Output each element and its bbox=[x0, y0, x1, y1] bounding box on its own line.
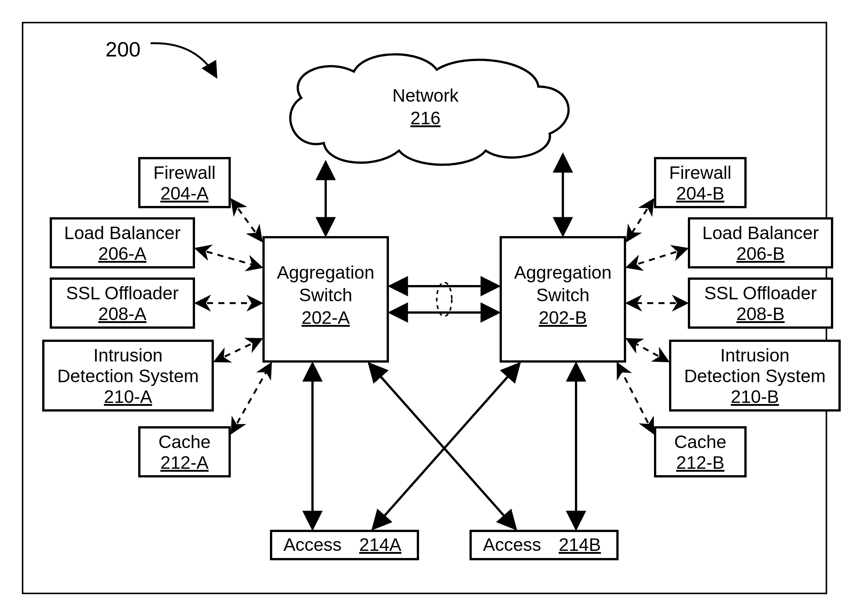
figure-number: 200 bbox=[105, 37, 140, 61]
svg-line-21 bbox=[369, 363, 516, 529]
agg-b-label-2: Switch bbox=[536, 285, 589, 305]
cache-b-label: Cache bbox=[674, 432, 727, 452]
ssl-b-label: SSL Offloader bbox=[704, 283, 817, 303]
svg-line-23 bbox=[232, 200, 262, 241]
ids-b-label-1: Intrusion bbox=[720, 345, 790, 365]
ids-b: Intrusion Detection System 210-B bbox=[670, 341, 840, 410]
cache-a: Cache 212-A bbox=[139, 427, 230, 476]
load-balancer-b: Load Balancer 206-B bbox=[689, 218, 832, 267]
ssl-a-label: SSL Offloader bbox=[66, 283, 179, 303]
agg-b-ref: 202-B bbox=[539, 308, 587, 328]
firewall-a: Firewall 204-A bbox=[139, 158, 230, 207]
ids-b-label-2: Detection System bbox=[684, 366, 826, 386]
ssl-b-ref: 208-B bbox=[736, 304, 785, 324]
ssl-offloader-b: SSL Offloader 208-B bbox=[689, 279, 832, 328]
cache-b-ref: 212-B bbox=[676, 453, 724, 473]
fw-b-ref: 204-B bbox=[676, 183, 724, 203]
ssl-offloader-a: SSL Offloader 208-A bbox=[51, 279, 194, 328]
firewall-b: Firewall 204-B bbox=[655, 158, 745, 207]
ssl-a-ref: 208-A bbox=[98, 304, 146, 324]
svg-line-32 bbox=[617, 363, 653, 433]
cache-a-label: Cache bbox=[159, 432, 211, 452]
svg-line-26 bbox=[215, 339, 262, 361]
network-label: Network bbox=[392, 85, 459, 105]
lb-b-label: Load Balancer bbox=[702, 223, 819, 243]
access-b: Access 214B bbox=[471, 531, 617, 559]
agg-a-label-2: Switch bbox=[299, 285, 352, 305]
ids-a: Intrusion Detection System 210-A bbox=[43, 341, 213, 410]
lb-b-ref: 206-B bbox=[736, 244, 785, 264]
link-bundle-icon bbox=[437, 282, 452, 316]
ids-a-ref: 210-A bbox=[104, 387, 152, 407]
cache-b: Cache 212-B bbox=[655, 427, 745, 476]
acc-b-ref: 214B bbox=[559, 535, 601, 555]
agg-b-label-1: Aggregation bbox=[514, 262, 612, 282]
fw-a-ref: 204-A bbox=[160, 183, 209, 203]
access-a: Access 214A bbox=[271, 531, 418, 559]
lb-a-label: Load Balancer bbox=[64, 223, 181, 243]
ids-a-label-1: Intrusion bbox=[93, 345, 163, 365]
svg-line-22 bbox=[373, 363, 520, 529]
svg-line-31 bbox=[627, 339, 668, 361]
svg-line-27 bbox=[232, 363, 271, 433]
acc-b-label: Access bbox=[483, 535, 541, 555]
network-cloud: Network 216 bbox=[290, 54, 569, 165]
load-balancer-a: Load Balancer 206-A bbox=[51, 218, 194, 267]
acc-a-label: Access bbox=[284, 535, 342, 555]
fw-a-label: Firewall bbox=[153, 163, 215, 183]
ids-b-ref: 210-B bbox=[731, 387, 779, 407]
agg-a-ref: 202-A bbox=[302, 308, 350, 328]
svg-line-24 bbox=[196, 249, 262, 267]
fw-b-label: Firewall bbox=[669, 163, 731, 183]
lb-a-ref: 206-A bbox=[98, 244, 146, 264]
svg-line-28 bbox=[627, 200, 653, 241]
svg-line-29 bbox=[627, 249, 687, 267]
acc-a-ref: 214A bbox=[359, 535, 401, 555]
agg-switch-b: Aggregation Switch 202-B bbox=[501, 237, 625, 361]
ids-a-label-2: Detection System bbox=[57, 366, 199, 386]
agg-switch-a: Aggregation Switch 202-A bbox=[264, 237, 388, 361]
network-diagram: 200 Network 216 Aggregation Switch 202-A… bbox=[0, 0, 849, 616]
cache-a-ref: 212-A bbox=[160, 453, 209, 473]
network-ref: 216 bbox=[410, 108, 441, 128]
figure-arrow bbox=[151, 43, 216, 77]
agg-a-label-1: Aggregation bbox=[277, 262, 375, 282]
